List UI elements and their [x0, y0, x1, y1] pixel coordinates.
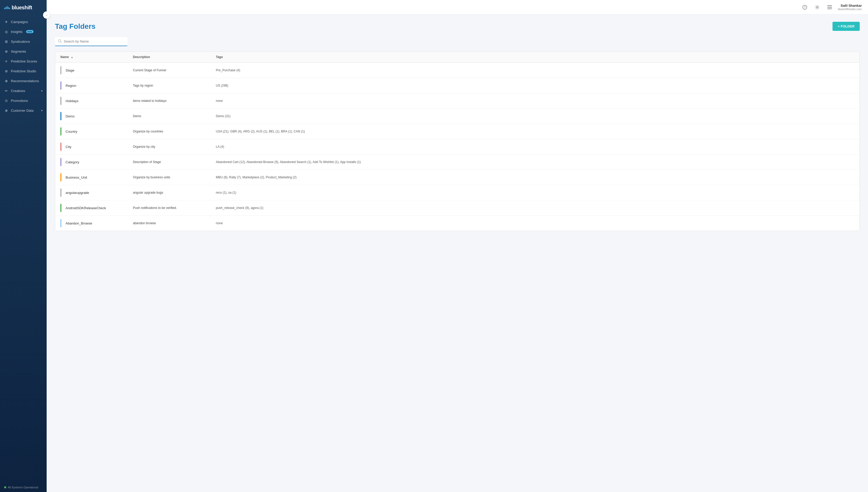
- color-indicator: [60, 173, 61, 181]
- sidebar-item-label: Insights: [11, 30, 23, 34]
- table-row[interactable]: Stage Current Stage of FunnelPre_Purchas…: [55, 63, 860, 78]
- table-row[interactable]: City Organize by cityLA (4): [55, 139, 860, 154]
- folder-name: Holidays: [66, 99, 78, 103]
- sidebar-item-label: Predictive Scores: [11, 59, 37, 63]
- name-cell: Business_Unit: [55, 170, 128, 185]
- table-row[interactable]: Region Tags by regionUS (298): [55, 78, 860, 93]
- table-row[interactable]: Demo DemoDemo (31): [55, 108, 860, 124]
- description-cell: Push notifications to be verified.: [128, 200, 211, 216]
- svg-rect-3: [827, 5, 832, 6]
- folder-name: angularupgrade: [66, 191, 89, 195]
- svg-rect-5: [827, 8, 832, 9]
- table-row[interactable]: Holidays items related to holidaysnone: [55, 93, 860, 108]
- table-row[interactable]: Country Organize by countriesUSA (21), G…: [55, 124, 860, 139]
- help-button[interactable]: ?: [801, 3, 809, 11]
- tags-cell: US (298): [211, 78, 860, 93]
- table-row[interactable]: Category Description of StageAbandoned C…: [55, 154, 860, 170]
- promotions-icon: ⊙: [4, 99, 8, 103]
- tags-cell: none: [211, 93, 860, 108]
- sidebar-item-promotions[interactable]: ⊙ Promotions: [0, 96, 47, 105]
- tags-cell: LA (4): [211, 139, 860, 154]
- insights-icon: ◎: [4, 29, 8, 34]
- column-name[interactable]: Name ▲: [55, 52, 128, 63]
- folder-name: AndroidSDKReleaseCheck: [66, 206, 106, 210]
- sidebar-item-label: Recommendations: [11, 79, 39, 83]
- sidebar-footer: All Systems Operational: [0, 483, 47, 492]
- tags-cell: none: [211, 216, 860, 231]
- sidebar-item-label: Predictive Studio: [11, 69, 36, 73]
- user-name: Salil Shankar: [841, 4, 862, 7]
- sidebar-item-segments[interactable]: ⊛ Segments: [0, 46, 47, 56]
- sidebar-item-label: Syndications: [11, 40, 30, 44]
- name-cell: Demo: [55, 108, 128, 124]
- table-row[interactable]: Abandon_Browse abandon browsenone: [55, 216, 860, 231]
- sidebar-item-predictive-scores[interactable]: ≡ Predictive Scores: [0, 56, 47, 66]
- description-cell: Demo: [128, 108, 211, 124]
- color-indicator: [60, 127, 61, 136]
- sidebar-item-label: Customer Data: [11, 108, 33, 113]
- table-body: Stage Current Stage of FunnelPre_Purchas…: [55, 63, 860, 231]
- beta-badge: beta: [26, 30, 34, 33]
- logo-text: blueshift: [12, 5, 32, 10]
- search-icon: [58, 39, 62, 44]
- svg-point-2: [816, 6, 818, 8]
- tag-folders-table: Name ▲ Description Tags Stage: [55, 51, 860, 231]
- name-cell: Abandon_Browse: [55, 216, 128, 231]
- sidebar-item-label: Segments: [11, 50, 26, 53]
- folder-name: Category: [66, 160, 79, 164]
- sidebar-item-syndications[interactable]: ⊞ Syndications: [0, 36, 47, 46]
- description-cell: items related to holidays: [128, 93, 211, 108]
- name-cell: Country: [55, 124, 128, 139]
- tags-cell: MBU (8), Rally (7), Marketplace (2), Pro…: [211, 170, 860, 185]
- tags-cell: USA (21), GBR (4), ARG (2), AUS (1), BEL…: [211, 124, 860, 139]
- sidebar-collapse-button[interactable]: ‹: [43, 11, 50, 19]
- topbar: ? Salil Shankar blueshiftreads.com: [47, 0, 868, 15]
- folder-name: Country: [66, 130, 77, 133]
- name-cell: Stage: [55, 63, 128, 78]
- user-info: Salil Shankar blueshiftreads.com: [838, 4, 862, 10]
- page-header: Tag Folders + FOLDER: [55, 22, 860, 31]
- creatives-icon: ✏: [4, 89, 8, 93]
- menu-button[interactable]: [825, 3, 834, 11]
- tags-cell: push_release_check (9), agora (1): [211, 200, 860, 216]
- color-indicator: [60, 66, 61, 74]
- description-cell: abandon browse: [128, 216, 211, 231]
- name-cell: AndroidSDKReleaseCheck: [55, 200, 128, 216]
- table-row[interactable]: Business_Unit Organize by business units…: [55, 170, 860, 185]
- sidebar-item-customer-data[interactable]: ⊗ Customer Data ▾: [0, 105, 47, 115]
- main-area: ? Salil Shankar blueshiftreads.com Tag F…: [47, 0, 868, 492]
- tags-cell: Abandoned Cart (12), Abandoned Browse (5…: [211, 154, 860, 170]
- syndications-icon: ⊞: [4, 40, 8, 44]
- color-indicator: [60, 204, 61, 212]
- sidebar-item-label: Creatives: [11, 89, 25, 93]
- description-cell: Current Stage of Funnel: [128, 63, 211, 78]
- sidebar-item-label: Campaigns: [11, 20, 28, 24]
- name-cell: Category: [55, 154, 128, 170]
- description-cell: Organize by business units: [128, 170, 211, 185]
- content-area: Tag Folders + FOLDER Name ▲: [47, 15, 868, 492]
- sidebar-nav: ✈ Campaigns ◎ Insights beta ⊞ Syndicatio…: [0, 15, 47, 483]
- sidebar-item-insights[interactable]: ◎ Insights beta: [0, 27, 47, 36]
- chevron-down-icon: ▾: [41, 109, 43, 112]
- sidebar-item-creatives[interactable]: ✏ Creatives ▾: [0, 86, 47, 96]
- sidebar-item-campaigns[interactable]: ✈ Campaigns: [0, 17, 47, 27]
- customer-data-icon: ⊗: [4, 108, 8, 113]
- table-row[interactable]: angularupgrade angular upgrade bugsreco …: [55, 185, 860, 200]
- table-row[interactable]: AndroidSDKReleaseCheck Push notification…: [55, 200, 860, 216]
- color-indicator: [60, 143, 61, 151]
- sort-arrow-icon: ▲: [71, 56, 73, 58]
- recommendations-icon: ⊕: [4, 79, 8, 83]
- column-description: Description: [128, 52, 211, 63]
- sidebar-item-predictive-studio[interactable]: ⊚ Predictive Studio: [0, 66, 47, 76]
- tags-cell: reco (1), sa (1): [211, 185, 860, 200]
- add-folder-button[interactable]: + FOLDER: [833, 22, 860, 31]
- color-indicator: [60, 219, 61, 227]
- search-input[interactable]: [64, 40, 124, 43]
- logo-area: blueshift: [0, 0, 47, 15]
- description-cell: Tags by region: [128, 78, 211, 93]
- campaigns-icon: ✈: [4, 20, 8, 24]
- sidebar-item-recommendations[interactable]: ⊕ Recommendations: [0, 76, 47, 86]
- table-header: Name ▲ Description Tags: [55, 52, 860, 63]
- settings-button[interactable]: [813, 3, 821, 11]
- folder-name: Abandon_Browse: [66, 221, 92, 225]
